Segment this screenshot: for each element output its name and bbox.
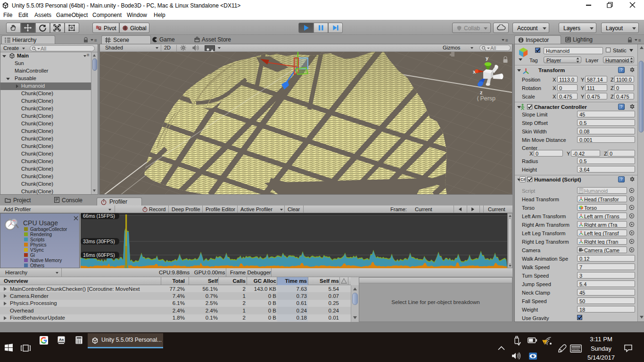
svg-text:!: ! <box>544 341 545 345</box>
svg-text:66ms (15FPS): 66ms (15FPS) <box>83 213 115 219</box>
svg-text:z: z <box>480 90 483 95</box>
svg-text:33ms (30FPS): 33ms (30FPS) <box>83 239 115 244</box>
svg-text:Aa: Aa <box>59 337 64 342</box>
svg-text:16ms (60FPS): 16ms (60FPS) <box>83 252 115 258</box>
svg-text:C#: C# <box>520 177 526 182</box>
svg-text:y: y <box>486 55 489 61</box>
svg-text:⟨ Persp: ⟨ Persp <box>477 95 495 102</box>
